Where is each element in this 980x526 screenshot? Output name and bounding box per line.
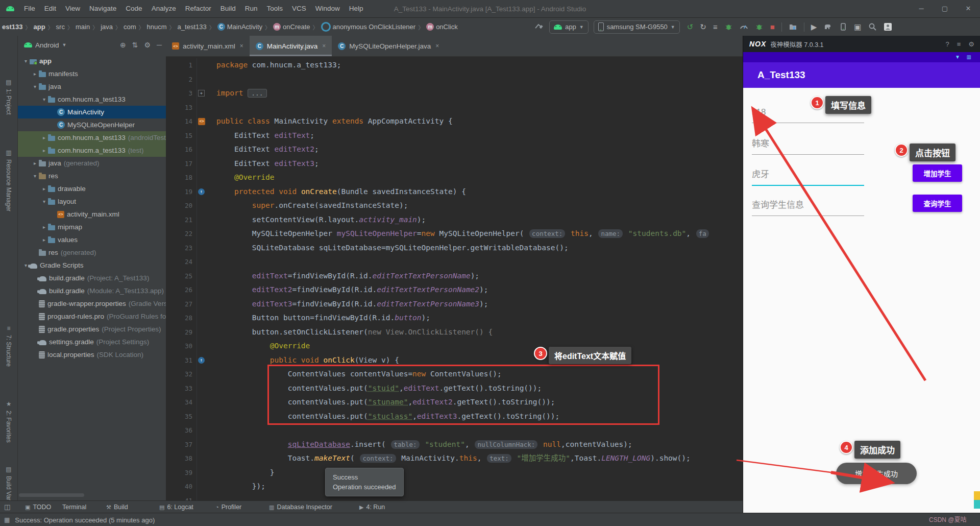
- menu-item-navigate[interactable]: Navigate: [85, 0, 121, 17]
- toolwindow-button-4-run[interactable]: ▶4: Run: [359, 501, 385, 513]
- run-tasks-icon[interactable]: ≡: [713, 21, 718, 33]
- tree-item-gradle-scripts[interactable]: ▾Gradle Scripts: [18, 259, 166, 272]
- tree-item-drawable[interactable]: ▸drawable: [18, 182, 166, 195]
- tab-close-icon[interactable]: ×: [240, 42, 243, 50]
- tool-window-stripe-1-project[interactable]: ▤1: Project: [0, 79, 17, 115]
- apply-changes-icon[interactable]: ↺: [687, 21, 694, 33]
- tree-item-com-hnucm-a-test133[interactable]: ▸com.hnucm.a_test133(test): [18, 144, 166, 157]
- tool-window-stripe-7-structure[interactable]: ≡7: Structure: [0, 325, 17, 367]
- tree-chevron-icon[interactable]: ▾: [31, 173, 39, 179]
- menu-item-build[interactable]: Build: [216, 0, 240, 17]
- menu-item-analyze[interactable]: Analyze: [147, 0, 181, 17]
- tree-item-gradle-properties[interactable]: gradle.properties(Project Properties): [18, 323, 166, 336]
- breadcrumb-item[interactable]: monCreate: [273, 23, 310, 31]
- collapse-all-icon[interactable]: ⇅: [132, 41, 138, 49]
- tree-chevron-icon[interactable]: ▸: [31, 160, 39, 166]
- tree-item-com-hnucm-a-test133[interactable]: ▾com.hnucm.a_test133: [18, 93, 166, 106]
- avd-manager-icon[interactable]: ▶: [811, 21, 817, 33]
- menu-item-view[interactable]: View: [61, 0, 85, 17]
- breadcrumb-item[interactable]: CMainActivity: [217, 23, 262, 31]
- override-marker-icon[interactable]: ↑: [198, 357, 205, 364]
- tree-item-build-gradle[interactable]: build.gradle(Project: A_Test133): [18, 272, 166, 284]
- tree-chevron-icon[interactable]: ▾: [40, 199, 48, 204]
- edit-text-field-1[interactable]: s18: [752, 107, 864, 123]
- project-view-selector[interactable]: Android: [35, 41, 59, 49]
- tree-item-local-properties[interactable]: local.properties(SDK Location): [18, 348, 166, 361]
- gradle-sync-icon[interactable]: [823, 22, 832, 31]
- tree-item-settings-gradle[interactable]: settings.gradle(Project Settings): [18, 336, 166, 348]
- search-everywhere-icon[interactable]: [868, 22, 877, 31]
- menu-item-file[interactable]: File: [19, 0, 40, 17]
- apply-code-changes-icon[interactable]: ↻: [700, 21, 706, 33]
- breadcrumb-item[interactable]: monClick: [426, 23, 458, 31]
- tree-item-res[interactable]: ▾res: [18, 170, 166, 182]
- menu-item-refactor[interactable]: Refactor: [181, 0, 216, 17]
- toolwindow-toggle-icon[interactable]: ◫: [4, 503, 10, 511]
- device-select[interactable]: samsung SM-G9550 ▼: [594, 20, 680, 34]
- close-button[interactable]: ✕: [957, 0, 980, 17]
- breadcrumb-item[interactable]: com: [124, 23, 136, 31]
- tree-item-build-gradle[interactable]: build.gradle(Module: A_Test133.app): [18, 284, 166, 297]
- fold-expand-icon[interactable]: +: [198, 90, 205, 97]
- run-configuration-select[interactable]: app ▼: [549, 20, 589, 34]
- tab-close-icon[interactable]: ×: [435, 42, 439, 50]
- tree-item-manifests[interactable]: ▸manifests: [18, 67, 166, 80]
- code-area[interactable]: 1package com.hnucm.a_test133;23+import .…: [166, 56, 743, 500]
- add-student-button[interactable]: 增加学生: [913, 164, 962, 182]
- tree-item-mysqliteopenhelper[interactable]: CMySQLiteOpenHelper: [18, 118, 166, 131]
- attach-debugger-icon[interactable]: [755, 22, 764, 31]
- tree-item-mipmap[interactable]: ▸mipmap: [18, 221, 166, 233]
- tab-activity-main-xml[interactable]: <>activity_main.xml×: [166, 36, 250, 56]
- tree-item-java[interactable]: ▸java(generated): [18, 157, 166, 170]
- tree-item-app[interactable]: ▾app: [18, 55, 166, 67]
- menu-item-vcs[interactable]: VCS: [287, 0, 311, 17]
- hide-panel-icon[interactable]: ─: [157, 41, 162, 49]
- edit-text-field-4[interactable]: 查询学生信息: [752, 198, 864, 216]
- build-hammer-icon[interactable]: [535, 22, 544, 32]
- tab-close-icon[interactable]: ×: [322, 42, 326, 50]
- override-marker-icon[interactable]: ↑: [198, 188, 205, 195]
- edit-text-field-3[interactable]: 虎牙: [752, 167, 864, 186]
- edit-text-field-2[interactable]: 韩寒: [752, 136, 864, 155]
- tree-item-values[interactable]: ▸values: [18, 233, 166, 246]
- tree-item-mainactivity[interactable]: CMainActivity: [18, 106, 166, 118]
- help-icon[interactable]: ?: [946, 40, 949, 48]
- device-file-explorer-icon[interactable]: [789, 22, 797, 31]
- tree-item-gradle-wrapper-properties[interactable]: gradle-wrapper.properties(Gradle Version…: [18, 297, 166, 310]
- menu-item-run[interactable]: Run: [240, 0, 262, 17]
- toolwindow-button-profiler[interactable]: ◔Profiler: [215, 501, 241, 513]
- breadcrumb-item[interactable]: a_test133: [178, 23, 207, 31]
- tree-item-proguard-rules-pro[interactable]: proguard-rules.pro(ProGuard Rules for A_…: [18, 310, 166, 323]
- tree-item-res[interactable]: res(generated): [18, 246, 166, 259]
- toolwindow-button-database-inspector[interactable]: ▥Database Inspector: [269, 501, 332, 513]
- tree-chevron-icon[interactable]: ▾: [22, 58, 30, 64]
- tree-item-com-hnucm-a-test133[interactable]: ▸com.hnucm.a_test133(androidTest): [18, 131, 166, 144]
- profiler-icon[interactable]: [740, 22, 748, 31]
- tree-chevron-icon[interactable]: ▸: [31, 71, 39, 77]
- tree-chevron-icon[interactable]: ▸: [40, 237, 48, 243]
- tree-chevron-icon[interactable]: ▾: [40, 97, 48, 102]
- user-avatar-icon[interactable]: [884, 22, 892, 31]
- tree-chevron-icon[interactable]: ▸: [40, 148, 48, 153]
- menu-icon[interactable]: ≡: [957, 40, 961, 48]
- tool-window-stripe-resource-manager[interactable]: ▥Resource Manager: [0, 149, 17, 211]
- breadcrumb-item[interactable]: src: [56, 23, 65, 31]
- locate-file-icon[interactable]: ⊕: [120, 41, 126, 49]
- breadcrumb-item[interactable]: hnucm: [147, 23, 167, 31]
- tab-mysqliteopenhelper-java[interactable]: CMySQLiteOpenHelper.java×: [332, 36, 445, 56]
- tree-chevron-icon[interactable]: ▸: [40, 224, 48, 230]
- tree-chevron-icon[interactable]: ▸: [40, 186, 48, 192]
- sdk-manager-icon[interactable]: [839, 22, 847, 31]
- menu-item-tools[interactable]: Tools: [262, 0, 288, 17]
- breadcrumb-item[interactable]: est133: [2, 23, 22, 31]
- tree-item-layout[interactable]: ▾layout: [18, 195, 166, 208]
- menu-item-help[interactable]: Help: [345, 0, 368, 17]
- tree-chevron-icon[interactable]: ▾: [31, 84, 39, 89]
- horizontal-scrollbar[interactable]: [19, 493, 84, 497]
- toolwindow-button-todo[interactable]: ▣TODO: [25, 501, 51, 513]
- menu-item-code[interactable]: Code: [121, 0, 146, 17]
- minimize-button[interactable]: ─: [910, 0, 933, 17]
- tree-item-java[interactable]: ▾java: [18, 80, 166, 93]
- project-structure-icon[interactable]: ▣: [854, 21, 861, 33]
- breadcrumb-item[interactable]: main: [76, 23, 90, 31]
